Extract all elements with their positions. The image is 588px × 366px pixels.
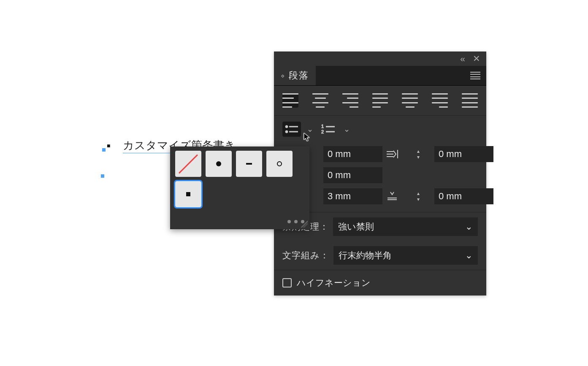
bullet-option-dash[interactable] [236, 151, 262, 177]
bullet-option-circle[interactable] [266, 151, 293, 177]
kinsoku-select[interactable]: 強い禁則 ⌄ [333, 217, 478, 236]
numbered-list-options-chevron-icon[interactable]: ⌄ [344, 125, 350, 134]
align-right-button[interactable] [342, 93, 358, 108]
first-line-indent-field[interactable]: 0 mm [323, 167, 382, 183]
panel-window-controls: « ✕ [274, 52, 486, 66]
right-indent-icon [385, 148, 399, 160]
text-handle[interactable] [101, 174, 104, 178]
hyphenation-row: ハイフネーション [274, 270, 486, 296]
bullet-option-square[interactable] [175, 181, 201, 207]
numbered-list-button[interactable]: 12 [319, 122, 338, 137]
space-before-field[interactable]: 3 mm [323, 188, 382, 204]
mojikumi-row: 文字組み： 行末約物半角 ⌄ [274, 241, 486, 270]
space-after-icon [385, 190, 399, 202]
mojikumi-select[interactable]: 行末約物半角 ⌄ [333, 246, 478, 265]
bullet-style-flyout [170, 146, 309, 229]
bullet-glyph: ■ [107, 142, 110, 149]
justify-last-right-button[interactable] [432, 93, 448, 108]
bulleted-list-button[interactable] [282, 122, 301, 137]
panel-menu-icon[interactable] [470, 72, 480, 79]
chevron-down-icon: ⌄ [465, 250, 473, 260]
svg-text:1: 1 [321, 124, 324, 129]
tab-drag-icon: ⋄ [281, 73, 285, 79]
collapse-icon[interactable]: « [460, 54, 465, 64]
bullet-option-disc[interactable] [206, 151, 232, 177]
list-type-row: ⌄ 12 ⌄ [274, 116, 486, 141]
mojikumi-value: 行末約物半角 [339, 249, 392, 261]
hyphenation-checkbox[interactable] [282, 278, 292, 287]
panel-title: 段落 [289, 69, 309, 82]
panel-tab-paragraph[interactable]: ⋄ 段落 [274, 66, 316, 85]
hyphenation-label: ハイフネーション [297, 277, 371, 289]
mojikumi-label: 文字組み： [282, 249, 329, 261]
bulleted-list-options-chevron-icon[interactable]: ⌄ [307, 125, 313, 134]
chevron-down-icon: ⌄ [465, 222, 473, 232]
align-center-button[interactable] [312, 93, 328, 108]
justify-last-center-button[interactable] [402, 93, 418, 108]
bullet-option-none[interactable] [175, 151, 201, 177]
panel-tabbar: ⋄ 段落 [274, 66, 486, 86]
justify-all-button[interactable] [462, 93, 478, 108]
kinsoku-value: 強い禁則 [338, 221, 374, 233]
alignment-row [274, 86, 486, 116]
right-indent-field[interactable]: 0 mm [434, 146, 493, 162]
right-indent-stepper[interactable]: ▴▾ [417, 147, 426, 161]
text-handle[interactable] [102, 148, 106, 152]
svg-point-2 [285, 130, 288, 133]
svg-text:2: 2 [321, 129, 324, 134]
resize-grip-icon[interactable] [301, 221, 308, 228]
align-left-button[interactable] [282, 93, 298, 108]
left-indent-field[interactable]: 0 mm [323, 146, 382, 162]
justify-last-left-button[interactable] [372, 93, 388, 108]
space-after-stepper[interactable]: ▴▾ [417, 189, 426, 203]
space-after-field[interactable]: 0 mm [434, 188, 493, 204]
close-icon[interactable]: ✕ [473, 54, 480, 64]
flyout-pager[interactable] [175, 220, 304, 223]
svg-point-0 [285, 125, 288, 128]
